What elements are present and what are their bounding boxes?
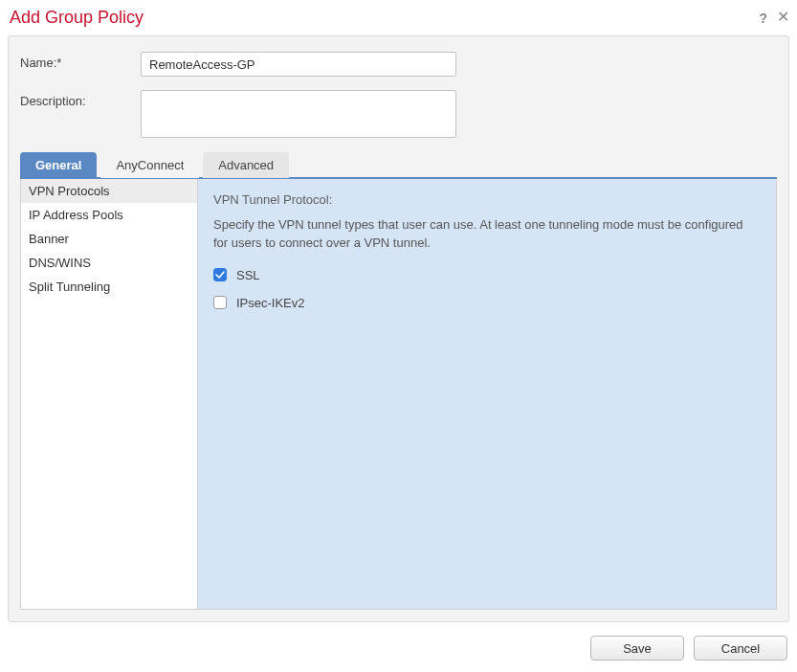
section-title: VPN Tunnel Protocol:	[213, 192, 761, 207]
description-textarea[interactable]	[141, 90, 456, 138]
dialog-header-actions: ? ✕	[759, 11, 789, 26]
tab-general[interactable]: General	[20, 152, 97, 178]
sidenav-item-vpn-protocols[interactable]: VPN Protocols	[21, 179, 197, 203]
close-icon[interactable]: ✕	[777, 11, 789, 26]
option-ipsec-row: IPsec-IKEv2	[213, 296, 761, 310]
form-row-description: Description:	[20, 90, 777, 138]
sidenav-item-ip-pools[interactable]: IP Address Pools	[21, 203, 197, 227]
section-description: Specify the VPN tunnel types that user c…	[213, 216, 761, 253]
dialog-title: Add Group Policy	[10, 8, 144, 28]
add-group-policy-dialog: Add Group Policy ? ✕ Name:* Description:…	[0, 0, 797, 668]
tab-advanced[interactable]: Advanced	[203, 152, 289, 178]
check-icon	[215, 270, 225, 280]
save-button[interactable]: Save	[590, 636, 684, 661]
form-row-name: Name:*	[20, 52, 777, 77]
dialog-header: Add Group Policy ? ✕	[8, 4, 789, 35]
dialog-footer: Save Cancel	[8, 636, 789, 661]
tab-anyconnect[interactable]: AnyConnect	[100, 152, 199, 178]
checkbox-ipsec-ikev2[interactable]	[213, 296, 227, 309]
description-label: Description:	[20, 90, 141, 108]
checkbox-ipsec-label: IPsec-IKEv2	[236, 296, 305, 310]
sidenav-item-banner[interactable]: Banner	[21, 227, 197, 251]
cancel-button[interactable]: Cancel	[694, 636, 787, 661]
sidenav-item-split-tunneling[interactable]: Split Tunneling	[21, 275, 197, 299]
name-label: Name:*	[20, 52, 141, 70]
checkbox-ssl[interactable]	[213, 268, 227, 281]
dialog-body-panel: Name:* Description: General AnyConnect A…	[8, 35, 789, 622]
tab-content: VPN Protocols IP Address Pools Banner DN…	[20, 177, 777, 610]
name-input[interactable]	[141, 52, 456, 77]
sidenav-item-dns-wins[interactable]: DNS/WINS	[21, 251, 197, 275]
side-nav: VPN Protocols IP Address Pools Banner DN…	[20, 179, 198, 610]
tab-bar: General AnyConnect Advanced	[20, 151, 777, 177]
option-ssl-row: SSL	[213, 268, 761, 282]
content-pane: VPN Tunnel Protocol: Specify the VPN tun…	[198, 179, 777, 610]
checkbox-ssl-label: SSL	[236, 268, 260, 282]
help-icon[interactable]: ?	[759, 11, 767, 26]
